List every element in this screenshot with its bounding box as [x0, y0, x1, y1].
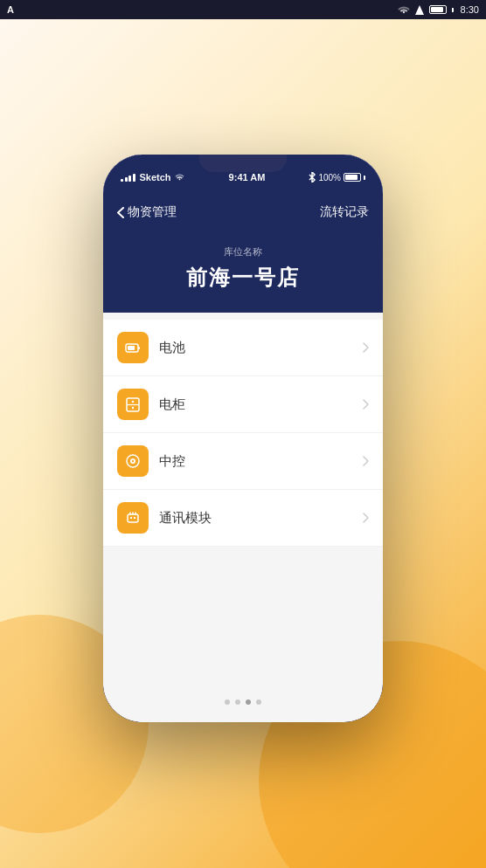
- list-item-control[interactable]: 中控: [103, 433, 383, 490]
- svg-point-7: [132, 407, 134, 409]
- chevron-right-icon-2: [363, 399, 369, 410]
- control-svg: [124, 452, 142, 470]
- dot-3-active: [246, 699, 251, 705]
- dot-2: [235, 699, 240, 705]
- list-item-module[interactable]: 通讯模块: [103, 490, 383, 547]
- battery-icon: [429, 5, 447, 14]
- control-item-label: 中控: [159, 453, 363, 470]
- svg-rect-16: [134, 517, 135, 519]
- chevron-right-icon-3: [363, 456, 369, 466]
- list-section: 电池 电柜: [103, 313, 383, 722]
- svg-point-6: [132, 401, 134, 403]
- header-sub-label: 库位名称: [121, 245, 365, 258]
- phone-notch: [199, 155, 287, 172]
- bluetooth-icon: [309, 172, 316, 183]
- list-item-battery[interactable]: 电池: [103, 320, 383, 376]
- battery-item-label: 电池: [159, 340, 363, 356]
- back-chevron-icon: [117, 207, 124, 218]
- svg-rect-3: [138, 347, 140, 349]
- desktop-status-bar: A 8:30: [0, 0, 486, 19]
- signal-icon: [415, 5, 424, 15]
- desktop-app-icon: A: [7, 4, 14, 15]
- svg-rect-2: [128, 346, 135, 350]
- back-label: 物资管理: [128, 204, 177, 220]
- cabinet-item-icon: [117, 389, 149, 420]
- carrier-label: Sketch: [140, 172, 171, 183]
- store-name: 前海一号店: [121, 264, 365, 292]
- phone-screen: Sketch 9:41 AM 100%: [103, 155, 383, 722]
- battery-percent: 100%: [318, 173, 341, 183]
- chevron-right-icon-4: [363, 513, 369, 523]
- desktop-time: 8:30: [461, 4, 479, 15]
- ios-wifi-icon: [174, 173, 185, 182]
- wifi-icon: [398, 5, 410, 15]
- phone-frame: Sketch 9:41 AM 100%: [103, 155, 383, 722]
- header-section: 库位名称 前海一号店: [103, 231, 383, 313]
- battery-tip: [452, 8, 454, 12]
- pagination-dots: [103, 699, 383, 705]
- signal-bar-4: [133, 174, 135, 182]
- phone-content: Sketch 9:41 AM 100%: [103, 155, 383, 722]
- ios-battery: [344, 173, 361, 182]
- nav-bar: 物资管理 流转记录: [103, 193, 383, 231]
- ios-status-left: Sketch: [121, 172, 185, 183]
- control-item-icon: [117, 445, 149, 477]
- module-svg: [124, 509, 142, 527]
- dot-1: [225, 699, 230, 705]
- cabinet-item-label: 电柜: [159, 396, 363, 413]
- list-item-cabinet[interactable]: 电柜: [103, 376, 383, 433]
- chevron-right-icon-1: [363, 342, 369, 353]
- signal-bar-1: [121, 179, 123, 182]
- back-button[interactable]: 物资管理: [117, 204, 177, 220]
- ios-status-right: 100%: [309, 172, 365, 183]
- ios-battery-tip: [364, 176, 365, 180]
- battery-svg: [124, 339, 142, 356]
- svg-rect-11: [128, 514, 138, 522]
- cabinet-svg: [124, 396, 142, 413]
- ios-time: 9:41 AM: [229, 172, 266, 183]
- svg-marker-0: [415, 5, 424, 15]
- module-item-icon: [117, 502, 149, 534]
- signal-bars: [121, 173, 135, 182]
- dot-4: [256, 699, 261, 705]
- svg-rect-15: [130, 517, 132, 519]
- signal-bar-3: [128, 176, 131, 182]
- signal-bar-2: [125, 177, 128, 182]
- battery-item-icon: [117, 332, 149, 363]
- desktop-status-right: 8:30: [398, 4, 479, 15]
- nav-action[interactable]: 流转记录: [320, 204, 369, 220]
- module-item-label: 通讯模块: [159, 510, 363, 527]
- svg-point-10: [132, 460, 134, 462]
